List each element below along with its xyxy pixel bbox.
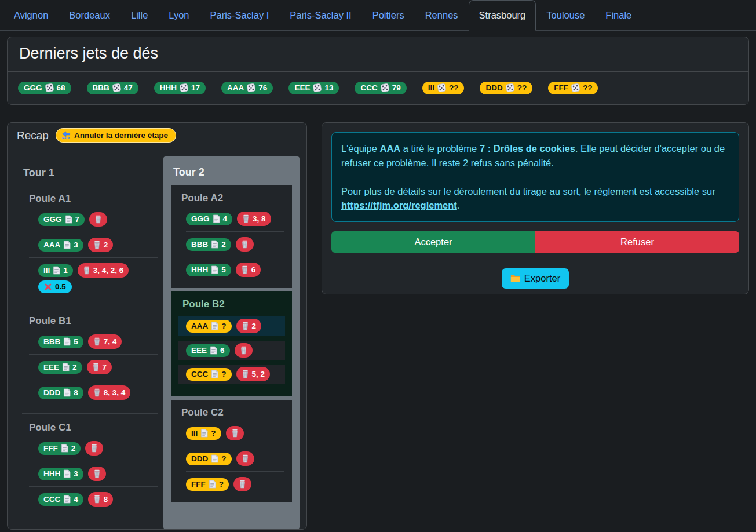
penalty-badge: 0.5 (38, 280, 72, 293)
recap-title: Recap (17, 129, 49, 142)
team-badges: AAA?2 (186, 319, 277, 333)
recap-card: Recap BACK Annuler la dernière étape Tou… (7, 122, 307, 530)
team-name: FFF (43, 444, 58, 453)
export-button[interactable]: Exporter (502, 268, 569, 289)
wastebasket-icon (92, 363, 100, 371)
team-problem-badge: HHH3 (38, 468, 83, 480)
team-problem-badge: GGG4 (186, 213, 232, 225)
tab-poitiers[interactable]: Poitiers (362, 0, 415, 31)
team-badges: EEE6 (186, 343, 277, 358)
dice-icon (381, 83, 389, 92)
folder-icon (510, 274, 520, 283)
wastebasket-icon (240, 346, 247, 355)
poule-title: Poule C1 (29, 422, 158, 433)
drawn-team-name: AAA (379, 143, 400, 154)
tab-rennes[interactable]: Rennes (415, 0, 469, 31)
rejections-values: 8 (104, 495, 108, 504)
rejections-badge: 3, 8 (237, 212, 271, 226)
dice-roll-badge-fff: FFF?? (548, 82, 598, 94)
penalty-value: 0.5 (55, 282, 66, 291)
dice-icon (437, 83, 446, 92)
tab-bordeaux[interactable]: Bordeaux (59, 0, 120, 31)
problem-number: 1 (63, 266, 68, 275)
team-problem-badge: FFF2 (38, 442, 81, 455)
export-label: Exporter (524, 273, 560, 284)
poule-rows: GGG43, 8BBB2HHH56 (171, 206, 292, 282)
problem-number: ? (219, 480, 224, 489)
rejections-values: 7, 4 (104, 337, 117, 346)
rejections-values: 5, 2 (252, 370, 265, 378)
problem-number: ? (221, 454, 226, 463)
team-badges: CCC48 (38, 492, 158, 507)
roll-value: 13 (324, 83, 333, 92)
refuse-button[interactable]: Refuser (535, 231, 739, 253)
wastebasket-icon (93, 241, 101, 249)
team-problem-badge: DDD8 (38, 387, 83, 399)
main-columns: Recap BACK Annuler la dernière étape Tou… (7, 122, 749, 530)
tournament-tab-bar: AvignonBordeauxLilleLyonParis-Saclay IPa… (0, 0, 756, 31)
tab-lille[interactable]: Lille (120, 0, 158, 31)
penalty-line: 0.5 (38, 280, 158, 293)
team-name: EEE (43, 363, 59, 371)
team-row-bbb: BBB2 (186, 231, 284, 257)
accept-button[interactable]: Accepter (331, 231, 535, 253)
rejections-badge: 6 (236, 263, 261, 277)
team-badges: FFF2 (38, 441, 158, 456)
undo-last-step-button[interactable]: BACK Annuler la dernière étape (56, 128, 176, 143)
roll-value: 17 (191, 83, 200, 92)
tab-toulouse[interactable]: Toulouse (536, 0, 595, 31)
roll-value: 76 (258, 83, 267, 92)
team-problem-badge: AAA3 (38, 239, 83, 252)
problem-number: 7 (75, 215, 80, 224)
document-icon (63, 495, 71, 504)
team-name: CCC (191, 370, 208, 378)
reglement-link[interactable]: https://tfjm.org/reglement (341, 200, 457, 210)
team-row-aaa: AAA?2 (178, 316, 285, 336)
team-row-ddd: DDD88, 3, 4 (29, 380, 158, 405)
team-badges: CCC?5, 2 (186, 367, 277, 381)
team-badges: BBB57, 4 (38, 334, 158, 349)
tour-tour-2: Tour 2Poule A2GGG43, 8BBB2HHH56Poule B2A… (163, 156, 300, 529)
team-problem-badge: III? (186, 427, 221, 440)
roll-team: CCC (360, 83, 377, 92)
document-icon (63, 388, 71, 397)
rejections-badge: 5, 2 (236, 367, 271, 381)
poule-title: Poule A2 (181, 192, 292, 204)
tab-lyon[interactable]: Lyon (158, 0, 199, 31)
document-icon (63, 469, 71, 478)
dice-roll-badge-ggg: GGG68 (18, 82, 71, 94)
roll-team: FFF (554, 83, 568, 92)
tab-paris-saclay-ii[interactable]: Paris-Saclay II (279, 0, 361, 31)
dice-roll-badge-aaa: AAA76 (221, 82, 273, 94)
tours-container: Tour 1Poule A1GGG7AAA32III13, 4, 2, 60.5… (8, 148, 306, 529)
recap-header: Recap BACK Annuler la dernière étape (8, 123, 306, 148)
draw-card: L'équipe AAA a tiré le problème 7 : Drôl… (322, 122, 749, 294)
document-icon (63, 337, 71, 346)
rejections-badge (89, 212, 107, 227)
dice-icon (571, 83, 580, 92)
team-badges: DDD? (186, 451, 284, 466)
rejections-values: 3, 4, 2, 6 (93, 266, 124, 275)
team-badges: GGG7 (38, 212, 158, 227)
rejections-badge: 2 (88, 238, 114, 252)
team-row-hhh: HHH56 (186, 257, 284, 282)
dice-icon (247, 83, 255, 92)
document-icon (211, 265, 218, 274)
team-name: BBB (43, 337, 60, 346)
rejections-badge (233, 477, 251, 491)
tab-finale[interactable]: Finale (595, 0, 642, 31)
wastebasket-icon (241, 240, 249, 249)
problem-number: 4 (74, 495, 78, 504)
team-name: AAA (43, 241, 60, 249)
tab-paris-saclay-i[interactable]: Paris-Saclay I (200, 0, 280, 31)
dice-icon (506, 83, 514, 92)
problem-number: 2 (71, 444, 76, 453)
tab-avignon[interactable]: Avignon (3, 0, 59, 31)
dice-roll-badge-iii: III?? (422, 82, 465, 94)
team-row-ggg: GGG7 (29, 207, 158, 232)
tab-strasbourg[interactable]: Strasbourg (469, 0, 536, 31)
wastebasket-icon (93, 337, 101, 346)
team-row-aaa: AAA32 (29, 232, 158, 257)
wastebasket-icon (93, 495, 101, 504)
wastebasket-icon (83, 266, 90, 275)
